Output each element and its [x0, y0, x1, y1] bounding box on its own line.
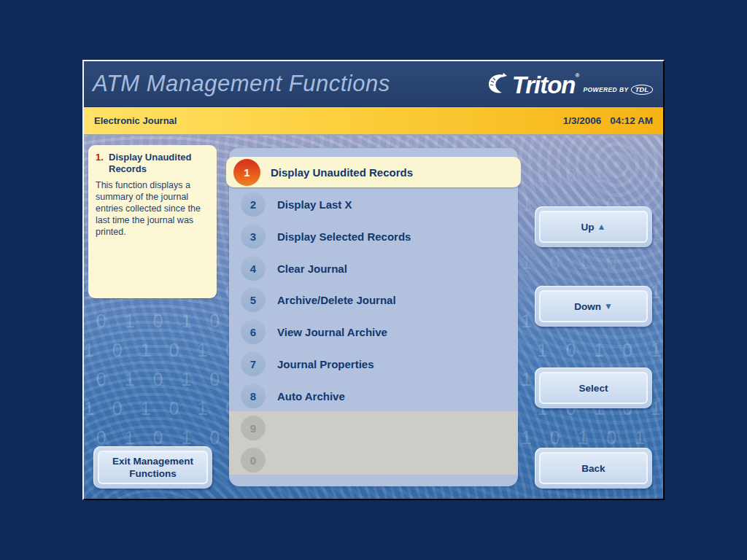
back-button[interactable]: Back — [535, 448, 652, 489]
info-title-text: Display Unaudited Records — [109, 152, 209, 175]
triton-logo: Triton® POWERED BY TDL — [486, 71, 653, 97]
menu-item-9: 9 — [235, 413, 512, 443]
menu-item-1[interactable]: 1 Display Unaudited Records — [226, 157, 521, 187]
powered-by: POWERED BY TDL — [583, 85, 653, 95]
datetime: 1/3/2006 04:12 AM — [563, 115, 653, 126]
back-button-label: Back — [581, 462, 605, 475]
menu-item-label: Journal Properties — [277, 358, 374, 370]
status-bar: Electronic Journal 1/3/2006 04:12 AM — [84, 107, 663, 136]
menu-item-3[interactable]: 3 Display Selected Records — [235, 221, 512, 252]
down-button[interactable]: Down▼ — [535, 286, 652, 327]
menu-key-badge: 3 — [241, 224, 266, 249]
up-button[interactable]: Up▲ — [535, 206, 652, 247]
atm-window: ATM Management Functions Triton® POWERED… — [82, 60, 665, 500]
menu-item-label: Display Last X — [277, 198, 352, 211]
menu-key-badge: 5 — [241, 287, 266, 312]
powered-by-label: POWERED BY — [583, 86, 628, 93]
triton-shell-icon — [486, 71, 509, 95]
up-arrow-icon: ▲ — [597, 221, 606, 233]
exit-management-button[interactable]: Exit Management Functions — [93, 446, 212, 489]
registered-mark: ® — [576, 72, 579, 79]
menu-key-badge: 0 — [241, 448, 266, 472]
main-content: 1 0 1 0 1 0 1 0 1 0 1 0 1 0 1 0 1 0 1 0 … — [84, 136, 663, 499]
menu-key-badge: 7 — [241, 351, 266, 376]
menu-item-label: Display Unaudited Records — [271, 166, 413, 179]
tdl-badge: TDL — [631, 85, 653, 95]
menu-item-8[interactable]: 8 Auto Archive — [235, 381, 512, 411]
select-button[interactable]: Select — [535, 368, 652, 408]
triton-wordmark: Triton® — [512, 73, 579, 97]
section-title: Electronic Journal — [94, 115, 177, 126]
down-button-label: Down — [574, 300, 601, 313]
info-number: 1. — [96, 152, 109, 175]
menu-item-6[interactable]: 6 View Journal Archive — [235, 316, 512, 347]
select-button-label: Select — [579, 382, 608, 394]
menu-item-4[interactable]: 4 Clear Journal — [235, 253, 512, 284]
menu-item-0: 0 — [235, 445, 512, 475]
page-title: ATM Management Functions — [93, 71, 390, 97]
menu-key-badge: 2 — [241, 192, 266, 217]
menu-key-badge: 6 — [241, 319, 266, 344]
function-info-panel: 1. Display Unaudited Records This functi… — [88, 145, 217, 298]
menu-item-label: Clear Journal — [277, 262, 347, 275]
exit-button-label: Exit Management Functions — [109, 455, 196, 480]
menu-item-label: Display Selected Records — [277, 230, 411, 243]
up-button-label: Up — [581, 221, 595, 233]
menu-item-2[interactable]: 2 Display Last X — [235, 189, 512, 219]
menu-item-label: Auto Archive — [277, 390, 345, 402]
menu-key-badge: 4 — [241, 256, 266, 281]
menu-item-label: View Journal Archive — [277, 326, 387, 338]
menu-item-label: Archive/Delete Journal — [277, 294, 396, 306]
date-label: 1/3/2006 — [563, 115, 602, 126]
menu-key-badge: 8 — [241, 384, 266, 408]
menu-key-badge: 1 — [233, 159, 260, 186]
time-label: 04:12 AM — [610, 115, 653, 126]
info-description: This function displays a summary of the … — [96, 179, 209, 238]
header: ATM Management Functions Triton® POWERED… — [84, 61, 663, 107]
menu-key-badge: 9 — [241, 416, 266, 440]
menu-item-7[interactable]: 7 Journal Properties — [235, 349, 512, 379]
menu-item-5[interactable]: 5 Archive/Delete Journal — [235, 284, 512, 315]
info-title: 1. Display Unaudited Records — [96, 152, 209, 175]
down-arrow-icon: ▼ — [604, 300, 613, 313]
menu-panel: 1 Display Unaudited Records 2 Display La… — [229, 148, 518, 486]
